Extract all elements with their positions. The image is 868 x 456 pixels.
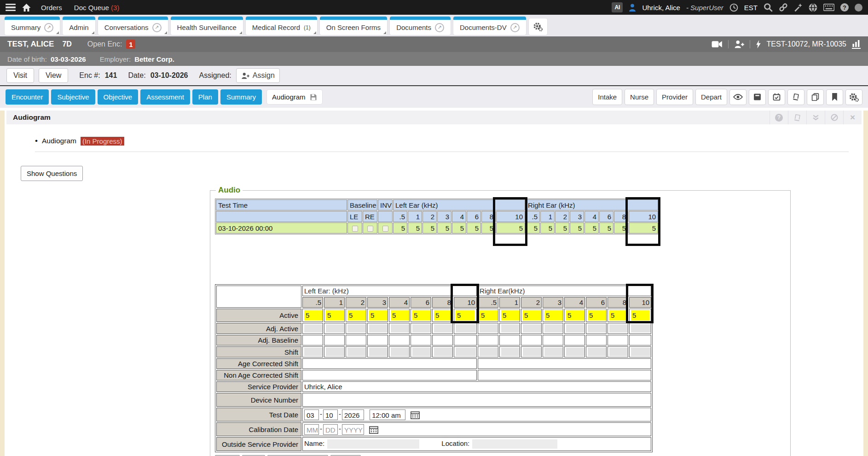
tab-on-screen-forms[interactable]: On Screen Forms — [320, 17, 387, 35]
active-value-cell[interactable]: 5 — [432, 309, 453, 322]
test-time-input[interactable]: 12:00 am — [370, 409, 405, 420]
keyboard-icon[interactable] — [823, 4, 834, 11]
link-icon[interactable] — [779, 3, 788, 12]
book-icon[interactable] — [787, 89, 804, 105]
active-value-cell[interactable]: 5 — [454, 309, 477, 322]
adj-baseline-cell[interactable] — [478, 335, 498, 345]
tab-summary[interactable]: Summary ↗ — [5, 17, 60, 35]
inv-checkbox[interactable] — [382, 226, 388, 232]
adj-baseline-cell[interactable] — [521, 335, 542, 345]
nurse-button[interactable]: Nurse — [625, 89, 654, 105]
adj-baseline-cell[interactable] — [389, 335, 410, 345]
outside-location-input[interactable] — [472, 439, 557, 449]
test-result-row[interactable]: 03-10-2026 00:00 55555555 55555555 — [216, 222, 658, 234]
help-icon[interactable]: ? — [770, 111, 788, 124]
ai-badge[interactable]: AI — [612, 2, 623, 12]
active-value-cell[interactable]: 5 — [629, 309, 651, 322]
active-value-cell[interactable]: 5 — [521, 309, 542, 322]
calendar-check-icon[interactable] — [768, 89, 785, 105]
adj-baseline-cell[interactable] — [564, 335, 585, 345]
add-person-icon[interactable] — [734, 40, 744, 48]
home-icon[interactable] — [22, 4, 31, 12]
calibration-month-input[interactable]: MM — [304, 424, 319, 435]
adj-baseline-cell[interactable] — [432, 335, 453, 345]
tab-conversations[interactable]: Conversations ↗ — [98, 17, 168, 35]
collapse-chevrons-icon[interactable] — [806, 111, 825, 124]
subjective-button[interactable]: Subjective — [51, 89, 95, 105]
active-value-cell[interactable]: 5 — [411, 309, 431, 322]
tab-medical-record[interactable]: Medical Record (1) — [246, 17, 317, 35]
active-value-cell[interactable]: 5 — [324, 309, 345, 322]
external-link-icon[interactable]: ↗ — [435, 23, 444, 32]
adj-baseline-cell[interactable] — [608, 335, 628, 345]
calendar-icon[interactable] — [369, 425, 378, 433]
nav-orders[interactable]: Orders — [41, 4, 62, 12]
show-questions-button[interactable]: Show Questions — [21, 166, 83, 181]
test-date-day-input[interactable]: 10 — [323, 409, 338, 420]
item-label[interactable]: Audiogram — [42, 137, 76, 145]
globe-icon[interactable] — [809, 3, 817, 12]
tab-settings[interactable] — [529, 18, 547, 35]
adj-baseline-cell[interactable] — [411, 335, 431, 345]
test-date-month-input[interactable]: 03 — [304, 409, 319, 420]
active-value-cell[interactable]: 5 — [478, 309, 498, 322]
baseline-le-checkbox[interactable] — [352, 226, 358, 232]
outside-name-input[interactable] — [327, 439, 419, 449]
audiogram-list-item[interactable]: • Audiogram (In Progress) — [35, 136, 849, 152]
clock-icon[interactable] — [729, 3, 738, 12]
wand-icon[interactable] — [794, 3, 803, 12]
user-name[interactable]: Uhrick, Alice — [642, 4, 680, 12]
encounter-button[interactable]: Encounter — [6, 89, 49, 105]
assessment-button[interactable]: Assessment — [140, 89, 190, 105]
provider-button[interactable]: Provider — [656, 89, 693, 105]
active-value-cell[interactable]: 5 — [564, 309, 585, 322]
adj-baseline-cell[interactable] — [302, 335, 323, 345]
active-value-cell[interactable]: 5 — [586, 309, 607, 322]
active-value-cell[interactable]: 5 — [367, 309, 388, 322]
calibration-year-input[interactable]: YYYY — [342, 424, 364, 435]
bookmark-icon[interactable] — [826, 89, 843, 105]
device-number-input[interactable] — [302, 393, 651, 407]
active-value-cell[interactable]: 5 — [499, 309, 520, 322]
adj-baseline-cell[interactable] — [499, 335, 520, 345]
external-link-icon[interactable]: ↗ — [152, 23, 162, 32]
active-value-cell[interactable]: 5 — [346, 309, 366, 322]
adj-baseline-cell[interactable] — [454, 335, 477, 345]
test-date-year-input[interactable]: 2026 — [342, 409, 364, 420]
active-value-cell[interactable]: 5 — [302, 309, 323, 322]
calibration-day-input[interactable]: DD — [323, 424, 338, 435]
book-icon[interactable] — [788, 111, 806, 124]
adj-baseline-cell[interactable] — [586, 335, 607, 345]
archive-icon[interactable] — [749, 89, 766, 105]
summary-button[interactable]: Summary — [220, 89, 262, 105]
adj-baseline-cell[interactable] — [346, 335, 366, 345]
adj-baseline-cell[interactable] — [324, 335, 345, 345]
tab-documents-dv[interactable]: Documents-DV ↗ — [453, 17, 526, 35]
objective-button[interactable]: Objective — [98, 89, 139, 105]
assign-button[interactable]: Assign — [236, 68, 280, 83]
video-camera-icon[interactable] — [712, 41, 723, 48]
depart-button[interactable]: Depart — [695, 89, 727, 105]
tab-documents[interactable]: Documents ↗ — [390, 17, 451, 35]
disable-icon[interactable] — [825, 111, 843, 124]
menu-icon[interactable] — [6, 4, 16, 12]
adj-baseline-cell[interactable] — [543, 335, 563, 345]
plan-button[interactable]: Plan — [192, 89, 218, 105]
search-icon[interactable] — [764, 3, 773, 12]
external-link-icon[interactable]: ↗ — [510, 23, 520, 32]
adj-baseline-cell[interactable] — [367, 335, 388, 345]
chart-icon[interactable] — [852, 40, 861, 49]
external-link-icon[interactable]: ↗ — [44, 23, 53, 32]
eye-icon[interactable] — [729, 89, 746, 105]
close-icon[interactable]: × — [843, 111, 862, 124]
calendar-icon[interactable] — [411, 410, 420, 418]
adj-baseline-cell[interactable] — [629, 335, 651, 345]
save-icon[interactable] — [310, 94, 317, 101]
intake-button[interactable]: Intake — [592, 89, 622, 105]
view-button[interactable]: View — [39, 68, 68, 83]
nav-doc-queue[interactable]: Doc Queue (3) — [74, 4, 119, 12]
tab-health-surveillance[interactable]: Health Surveillance — [171, 17, 243, 35]
active-value-cell[interactable]: 5 — [543, 309, 563, 322]
open-enc-badge[interactable]: 1 — [126, 40, 135, 49]
active-value-cell[interactable]: 5 — [608, 309, 628, 322]
